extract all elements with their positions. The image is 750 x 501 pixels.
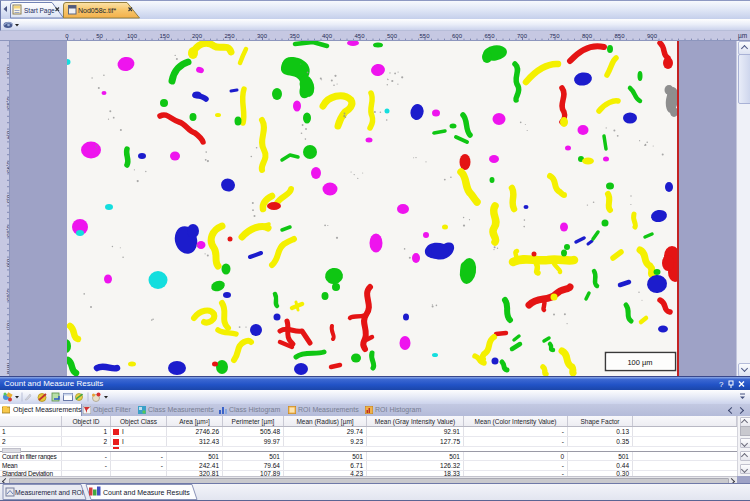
svg-text:600: 600 <box>452 33 463 39</box>
svg-text:100 µm: 100 µm <box>627 358 652 367</box>
svg-text:300: 300 <box>257 33 268 39</box>
svg-text:700: 700 <box>517 33 528 39</box>
svg-text:550: 550 <box>419 33 430 39</box>
svg-text:750: 750 <box>549 33 560 39</box>
svg-text:400: 400 <box>322 33 333 39</box>
svg-text:?: ? <box>719 380 724 389</box>
svg-text:150: 150 <box>159 33 170 39</box>
svg-text:0: 0 <box>65 33 69 39</box>
svg-text:Nod058c.tif*: Nod058c.tif* <box>78 7 116 14</box>
svg-text:350: 350 <box>289 33 300 39</box>
svg-text:100: 100 <box>127 33 138 39</box>
svg-text:900: 900 <box>647 33 658 39</box>
svg-text:mm: mm <box>6 363 10 374</box>
svg-text:µm: µm <box>738 32 747 40</box>
svg-text:Measurement and ROI: Measurement and ROI <box>15 489 84 496</box>
svg-text:Start Page: Start Page <box>24 7 55 15</box>
svg-text:450: 450 <box>354 33 365 39</box>
svg-text:50: 50 <box>96 33 103 39</box>
svg-text:850: 850 <box>614 33 625 39</box>
svg-text:500: 500 <box>387 33 398 39</box>
svg-text:200: 200 <box>192 33 203 39</box>
svg-text:650: 650 <box>484 33 495 39</box>
svg-text:Count and Measure Results: Count and Measure Results <box>103 489 190 496</box>
svg-text:800: 800 <box>582 33 593 39</box>
svg-text:250: 250 <box>224 33 235 39</box>
